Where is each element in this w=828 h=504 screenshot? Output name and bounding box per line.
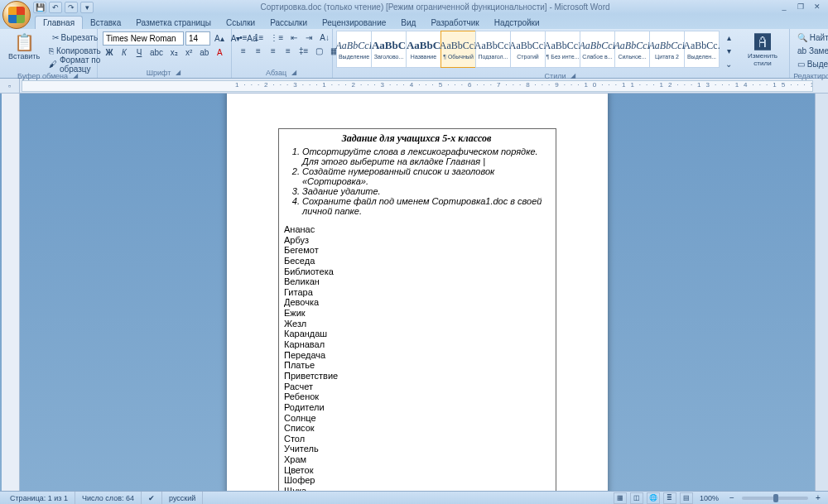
group-editing-label: Редактирование	[793, 72, 828, 80]
cut-button[interactable]: ✂ Вырезать	[46, 31, 104, 44]
font-color-button[interactable]: A	[213, 46, 226, 59]
view-outline[interactable]: ≣	[663, 492, 676, 504]
tab-главная[interactable]: Главная	[35, 16, 83, 29]
paste-button[interactable]: 📋 Вставить	[3, 31, 45, 62]
align-center-button[interactable]: ≡	[252, 45, 265, 57]
style-item[interactable]: AaBbCcIСлабое в...	[580, 31, 615, 68]
numbering-button[interactable]: 1≡	[252, 31, 266, 44]
line-spacing-button[interactable]: ‡≡	[296, 45, 310, 57]
justify-button[interactable]: ≡	[282, 45, 295, 57]
group-paragraph: •≡ 1≡ ⋮≡ ⇤ ⇥ A↓ ¶ ≡ ≡ ≡ ≡ ‡≡ ▢ ▦ Абзац◢	[232, 29, 333, 78]
tab-рассылки[interactable]: Рассылки	[262, 17, 315, 29]
office-logo-icon	[8, 7, 25, 23]
font-size-select[interactable]: 14	[185, 31, 210, 46]
style-item[interactable]: AaBbCcIСильное...	[614, 31, 650, 68]
align-left-button[interactable]: ≡	[237, 45, 250, 57]
tab-разметка-страницы[interactable]: Разметка страницы	[128, 17, 219, 29]
bullets-button[interactable]: •≡	[237, 31, 250, 44]
close-button[interactable]: ✕	[810, 2, 825, 12]
status-words[interactable]: Число слов: 64	[75, 492, 142, 504]
office-button[interactable]	[2, 1, 31, 29]
multilevel-button[interactable]: ⋮≡	[267, 31, 286, 44]
grow-font-button[interactable]: A▴	[212, 32, 227, 45]
replace-button[interactable]: ab Заменить	[795, 45, 828, 57]
para-launcher[interactable]: ◢	[290, 69, 298, 77]
highlight-button[interactable]: ab	[197, 46, 211, 59]
style-item[interactable]: AaBbCcIСтрогий	[510, 31, 546, 68]
ruler-toggle[interactable]: ▫	[0, 79, 20, 93]
underline-button[interactable]: Ч	[132, 46, 146, 59]
qat-customize-button[interactable]: ▾	[80, 2, 94, 13]
align-right-button[interactable]: ≡	[267, 45, 280, 57]
strike-button[interactable]: abc	[147, 46, 166, 59]
superscript-button[interactable]: x²	[182, 46, 195, 59]
restore-button[interactable]: ❐	[793, 2, 808, 12]
change-styles-label: Изменить стили	[744, 52, 781, 67]
qat-undo-button[interactable]: ↶	[49, 2, 62, 13]
select-button[interactable]: ▭ Выделить	[795, 58, 828, 70]
view-full-reading[interactable]: ◫	[630, 492, 643, 504]
status-language[interactable]: русский	[162, 492, 203, 504]
zoom-thumb[interactable]	[773, 494, 778, 502]
tab-разработчик[interactable]: Разработчик	[423, 17, 486, 29]
style-item[interactable]: AaBbCcI¶ Обычный	[440, 31, 476, 68]
style-item[interactable]: AaBbCcIЦитата 2	[649, 31, 685, 68]
zoom-slider[interactable]	[742, 497, 808, 500]
style-item[interactable]: AaBbCc.Выделен...	[684, 31, 720, 68]
vertical-scrollbar[interactable]	[815, 94, 828, 491]
subscript-button[interactable]: x₂	[167, 46, 181, 59]
vertical-ruler[interactable]	[2, 94, 20, 491]
style-expand[interactable]: ⌄	[722, 58, 735, 70]
proof-icon: ✔	[148, 494, 155, 502]
group-font: Times New Roman 14 A▴ A▾ Aa Ж К Ч abc x₂…	[98, 29, 232, 78]
group-font-label: Шрифт	[147, 69, 171, 77]
task-heading: Задание для учащихся 5-х классов	[284, 132, 549, 145]
tab-ссылки[interactable]: Ссылки	[219, 17, 262, 29]
tab-вставка[interactable]: Вставка	[83, 17, 128, 29]
ribbon-tabs: ГлавнаяВставкаРазметка страницыСсылкиРас…	[0, 14, 828, 29]
outdent-button[interactable]: ⇤	[287, 31, 301, 44]
minimize-button[interactable]: _	[777, 2, 792, 12]
tab-надстройки[interactable]: Надстройки	[487, 17, 547, 29]
document-area[interactable]: Задание для учащихся 5-х классов Отсорти…	[20, 94, 815, 491]
status-proofing[interactable]: ✔	[142, 492, 162, 504]
style-item[interactable]: AaBbCЗаголово...	[371, 31, 407, 68]
font-launcher[interactable]: ◢	[174, 69, 182, 77]
status-page[interactable]: Страница: 1 из 1	[3, 492, 75, 504]
style-item[interactable]: AaBbCcI¶ Без инте...	[545, 31, 580, 68]
change-styles-button[interactable]: 🅰 Изменить стили	[739, 31, 786, 69]
view-draft[interactable]: ▤	[680, 492, 693, 504]
format-painter-button[interactable]: 🖌 Формат по образцу	[46, 58, 104, 70]
group-editing: 🔍 Найти ab Заменить ▭ Выделить Редактиро…	[790, 29, 828, 78]
sort-button[interactable]: A↓	[317, 31, 332, 44]
style-scroll-up[interactable]: ▴	[722, 31, 735, 44]
shading-button[interactable]: ▢	[312, 45, 325, 57]
zoom-value[interactable]: 100%	[696, 494, 722, 502]
italic-button[interactable]: К	[118, 46, 131, 59]
style-item[interactable]: AaBbCcIВыделение	[336, 31, 372, 68]
view-web[interactable]: 🌐	[647, 492, 660, 504]
style-item[interactable]: AaBbCНазвание	[406, 31, 441, 68]
replace-label: Заменить	[809, 46, 828, 55]
qat-redo-button[interactable]: ↷	[65, 2, 78, 13]
bold-button[interactable]: Ж	[103, 46, 116, 59]
workspace: Задание для учащихся 5-х классов Отсорти…	[0, 94, 828, 491]
styles-launcher[interactable]: ◢	[569, 72, 577, 80]
horizontal-ruler[interactable]: 1···2···3···1···2···3···4···5···6···7···…	[22, 80, 813, 92]
style-item[interactable]: AaBbCcIПодзагол...	[475, 31, 511, 68]
zoom-in-button[interactable]: +	[811, 492, 825, 504]
window-title: Сортировка.doc (только чтение) [Режим ог…	[94, 2, 777, 12]
view-print-layout[interactable]: ▦	[614, 492, 627, 504]
qat-save-button[interactable]: 💾	[33, 2, 46, 13]
tab-вид[interactable]: Вид	[393, 17, 423, 29]
zoom-out-button[interactable]: −	[725, 492, 739, 504]
word-list: АнанасАрбузБегемотБеседаБиблиотекаВелика…	[284, 224, 549, 491]
font-name-select[interactable]: Times New Roman	[103, 31, 184, 46]
find-button[interactable]: 🔍 Найти	[795, 31, 828, 44]
word-item: Гитара	[284, 287, 549, 298]
style-scroll-down[interactable]: ▾	[722, 45, 735, 57]
word-item: Платье	[284, 360, 549, 371]
indent-button[interactable]: ⇥	[302, 31, 315, 44]
clipboard-launcher[interactable]: ◢	[71, 72, 79, 80]
tab-рецензирование[interactable]: Рецензирование	[315, 17, 393, 29]
